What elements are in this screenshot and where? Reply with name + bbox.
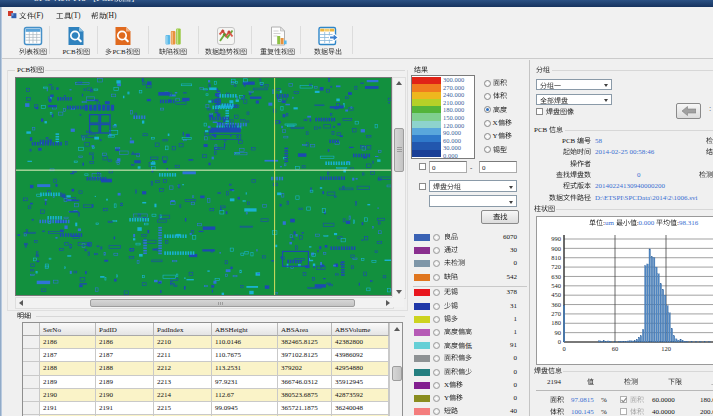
- table-cell[interactable]: 43986092: [332, 349, 389, 362]
- col-header-absheight[interactable]: ABSHeight: [215, 326, 277, 334]
- row-header[interactable]: [23, 376, 40, 389]
- range-from-input[interactable]: 0: [429, 161, 467, 173]
- table-cell[interactable]: 2186: [96, 336, 154, 349]
- table-cell[interactable]: 366746.0312: [278, 376, 332, 389]
- result-radio-1[interactable]: [484, 80, 491, 87]
- legend-radio[interactable]: [433, 274, 440, 281]
- table-cell[interactable]: 2188: [40, 362, 96, 375]
- scroll-up-arrow[interactable]: [396, 81, 402, 86]
- table-cell[interactable]: 99.0945: [212, 402, 278, 415]
- row-header[interactable]: [23, 402, 40, 415]
- pad-info-check[interactable]: [620, 408, 627, 415]
- toolbar-button-pcb-view[interactable]: PCB: [56, 25, 96, 57]
- pad-group-checkbox[interactable]: [419, 183, 426, 190]
- table-cell[interactable]: 2190: [40, 389, 96, 402]
- table-cell[interactable]: 110.0146: [212, 336, 278, 349]
- col-header-serno[interactable]: SerNo: [43, 326, 95, 334]
- result-radio-2[interactable]: [484, 93, 491, 100]
- table-cell[interactable]: 2211: [154, 349, 212, 362]
- table-cell[interactable]: 2191: [96, 402, 154, 415]
- result-radio-5[interactable]: [484, 133, 491, 140]
- table-cell[interactable]: 2190: [96, 389, 154, 402]
- column-header[interactable]: ABSArea: [278, 323, 332, 336]
- result-radio-6[interactable]: [484, 146, 491, 153]
- toolbar-button-multi-pcb-view[interactable]: PCB: [99, 25, 146, 57]
- table-cell[interactable]: 42954880: [332, 362, 389, 375]
- table-cell[interactable]: 397102.8125: [278, 349, 332, 362]
- table-cell[interactable]: 380523.6875: [278, 389, 332, 402]
- range-filter-checkbox[interactable]: [419, 163, 426, 170]
- find-button[interactable]: [481, 210, 519, 224]
- scrollbar-thumb[interactable]: [392, 366, 402, 381]
- scroll-up-arrow[interactable]: [394, 327, 400, 332]
- toolbar-button-list-view[interactable]: [10, 25, 55, 57]
- scrollbar-thumb[interactable]: [394, 128, 404, 172]
- pad-image-checkbox[interactable]: [536, 108, 543, 115]
- column-header[interactable]: PadID: [96, 323, 154, 336]
- pad-select-combo[interactable]: [536, 94, 612, 105]
- legend-radio[interactable]: [433, 408, 440, 415]
- result-radio-3[interactable]: [484, 106, 491, 113]
- toolbar-button-data-trend-view[interactable]: [201, 25, 250, 57]
- back-arrow-button[interactable]: [676, 103, 701, 119]
- table-cell[interactable]: 97.9231: [212, 376, 278, 389]
- table-cell[interactable]: 382465.8125: [278, 336, 332, 349]
- table-cell[interactable]: 42873592: [332, 389, 389, 402]
- table-cell[interactable]: 2187: [96, 349, 154, 362]
- table-cell[interactable]: 2210: [154, 336, 212, 349]
- toolbar-button-data-export[interactable]: [307, 25, 349, 57]
- legend-radio[interactable]: [433, 234, 440, 241]
- scrollbar-thumb[interactable]: [90, 299, 355, 307]
- menu-file[interactable]: (F): [19, 11, 43, 20]
- toolbar-button-defect-view[interactable]: [152, 25, 194, 57]
- table-cell[interactable]: 2188: [96, 362, 154, 375]
- group-select-combo[interactable]: [536, 79, 612, 90]
- column-header[interactable]: ABSHeight: [212, 323, 278, 336]
- scroll-down-arrow[interactable]: [396, 289, 402, 294]
- panel-splitter[interactable]: [529, 60, 530, 416]
- col-header-absvolume[interactable]: ABSVolume: [335, 326, 388, 334]
- legend-radio[interactable]: [433, 329, 440, 336]
- pad-info-check[interactable]: [620, 396, 627, 403]
- legend-radio[interactable]: [433, 289, 440, 296]
- column-header[interactable]: SerNo: [40, 323, 96, 336]
- result-radio-4[interactable]: [484, 120, 491, 127]
- table-cell[interactable]: 112.67: [212, 389, 278, 402]
- table-cell[interactable]: 2186: [40, 336, 96, 349]
- table-cell[interactable]: 35912945: [332, 376, 389, 389]
- table-cell[interactable]: 2212: [154, 362, 212, 375]
- legend-radio[interactable]: [433, 247, 440, 254]
- table-cell[interactable]: 2187: [40, 349, 96, 362]
- table-vertical-scrollbar[interactable]: [389, 323, 402, 416]
- legend-radio[interactable]: [433, 355, 440, 362]
- legend-radio[interactable]: [433, 260, 440, 267]
- toolbar-button-repeatability-view[interactable]: [255, 25, 300, 57]
- pcb-horizontal-scrollbar[interactable]: [15, 297, 394, 309]
- legend-radio[interactable]: [433, 342, 440, 349]
- table-cell[interactable]: 2215: [154, 402, 212, 415]
- table-cell[interactable]: 2213: [154, 376, 212, 389]
- detail-table[interactable]: SerNo PadID PadIndex ABSHeight ABSArea A…: [22, 322, 403, 416]
- legend-radio[interactable]: [433, 369, 440, 376]
- scroll-left-arrow[interactable]: [19, 300, 24, 306]
- row-header[interactable]: [23, 349, 40, 362]
- scroll-right-arrow[interactable]: [385, 300, 390, 306]
- table-cell[interactable]: 42382800: [332, 336, 389, 349]
- menu-help[interactable]: (H): [91, 11, 116, 20]
- legend-radio[interactable]: [433, 316, 440, 323]
- column-header[interactable]: PadIndex: [154, 323, 212, 336]
- row-header[interactable]: [23, 389, 40, 402]
- table-cell[interactable]: 113.2531: [212, 362, 278, 375]
- table-cell[interactable]: 2191: [40, 402, 96, 415]
- col-header-padid[interactable]: PadID: [99, 326, 153, 334]
- row-header[interactable]: [23, 362, 40, 375]
- menu-tools[interactable]: (T): [56, 11, 81, 20]
- pcb-vertical-scrollbar[interactable]: [392, 77, 406, 299]
- table-cell[interactable]: 2189: [96, 376, 154, 389]
- title-bar[interactable]: SPC View Pro - [PCB]: [0, 0, 713, 7]
- table-cell[interactable]: 2189: [40, 376, 96, 389]
- column-header[interactable]: ABSVolume: [332, 323, 389, 336]
- pcb-board-canvas[interactable]: [15, 77, 392, 296]
- legend-radio[interactable]: [433, 382, 440, 389]
- table-cell[interactable]: 365721.1875: [278, 402, 332, 415]
